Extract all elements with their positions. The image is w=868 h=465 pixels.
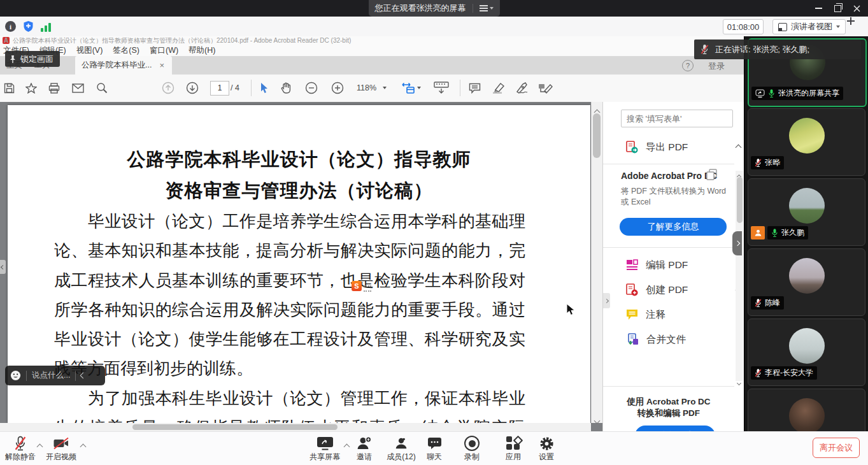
create-pdf-row[interactable]: 创建 PDF (603, 278, 744, 302)
zoom-level-value[interactable]: 118% (357, 75, 376, 101)
horizontal-scrollbar[interactable] (0, 423, 591, 431)
fit-width-button[interactable] (401, 75, 421, 101)
sign-in-link[interactable]: 登录 (708, 61, 725, 72)
scroll-down-arrow[interactable] (595, 414, 599, 426)
print-icon (48, 83, 60, 94)
shield-protect-icon[interactable] (23, 20, 34, 32)
comment-bubble-icon (469, 83, 481, 94)
edit-pdf-row[interactable]: 编辑 PDF (603, 253, 744, 277)
favorite-button[interactable] (25, 75, 37, 101)
combine-files-row[interactable]: 合并文件 (603, 327, 744, 352)
invite-button[interactable]: 邀请 (350, 435, 378, 462)
stamp-tool-button[interactable] (538, 75, 553, 101)
vertical-scroll-thumb[interactable] (593, 113, 601, 158)
select-tool-button[interactable] (260, 75, 269, 101)
reading-mode-button[interactable] (434, 75, 449, 101)
speaking-toast-text: 正在讲话: 张洪亮; 张久鹏; (715, 44, 809, 55)
info-icon[interactable]: i (5, 21, 16, 32)
doc-line: 为了加强本科生毕业设计（论文）管理工作，保证本科毕业 (54, 384, 525, 413)
panel-scrollbar[interactable] (736, 171, 743, 381)
page-number-input[interactable] (210, 81, 229, 96)
panel-expand-toggle[interactable] (603, 293, 610, 308)
record-button[interactable]: 录制 (458, 435, 486, 462)
leave-meeting-button[interactable]: 离开会议 (813, 438, 860, 458)
sidebar-collapse-tab[interactable] (732, 231, 742, 255)
highlight-tool-button[interactable] (492, 75, 506, 101)
participant-tile[interactable]: 陈峰 (748, 248, 865, 316)
participant-label: 李程-长安大学 (751, 366, 817, 380)
unmute-button[interactable]: 解除静音 (4, 435, 37, 462)
tab-document[interactable]: 公路学院本科毕业... × (75, 56, 172, 75)
hand-tool-button[interactable] (281, 75, 292, 101)
comment-tool-button[interactable] (469, 75, 481, 101)
avatar (789, 188, 825, 224)
menu-help[interactable]: 帮助(H) (187, 45, 217, 56)
settings-button[interactable]: 设置 (532, 435, 560, 462)
nav-pane-toggle[interactable] (0, 260, 6, 274)
sign-tool-button[interactable] (515, 75, 529, 101)
zoom-dropdown[interactable] (383, 75, 387, 101)
lock-view-tooltip: 锁定画面 (5, 51, 60, 67)
tools-search-input[interactable] (621, 110, 733, 127)
chat-button[interactable]: 聊天 (420, 435, 448, 462)
help-icon[interactable]: ? (682, 60, 694, 71)
video-options-chevron[interactable] (80, 444, 87, 450)
find-button[interactable] (96, 75, 108, 101)
panel-scroll-thumb[interactable] (737, 177, 743, 223)
doc-line: 所学各种知识的综合运用及解决实际问题能力的重要手段。通过 (54, 296, 525, 325)
record-icon (464, 436, 480, 451)
page-total-label: / 4 (231, 75, 239, 101)
learn-more-button[interactable]: 了解更多信息 (620, 218, 727, 236)
apps-button[interactable]: 应用 (499, 435, 527, 462)
chat-quick-bar[interactable]: 说点什么... (5, 366, 105, 385)
participant-tile[interactable]: 张晔 (748, 108, 865, 176)
edit-pdf-icon (626, 259, 638, 271)
comment-label: 注释 (646, 308, 665, 322)
mic-muted-icon (755, 298, 762, 308)
next-page-button[interactable] (186, 75, 199, 101)
pdf-file-icon: A (3, 37, 10, 44)
previous-page-button[interactable] (162, 75, 174, 101)
email-button[interactable] (72, 75, 84, 101)
panel-scroll-down-arrow[interactable] (737, 376, 741, 387)
layout-icon (778, 23, 787, 31)
emoji-icon[interactable] (10, 370, 21, 381)
avatar (789, 258, 825, 294)
network-signal-icon[interactable] (41, 22, 51, 32)
participant-tile[interactable]: 张久鹏 (748, 178, 865, 246)
record-label: 录制 (458, 452, 486, 462)
chevron-left-icon[interactable] (80, 373, 87, 379)
export-pdf-row[interactable]: 导出 PDF (603, 135, 744, 159)
close-button[interactable] (851, 3, 862, 14)
tab-close-icon[interactable]: × (159, 61, 164, 70)
save-button[interactable] (4, 75, 15, 101)
mic-muted-icon (701, 44, 709, 55)
vertical-scrollbar[interactable] (591, 102, 602, 423)
banner-menu-icon[interactable] (480, 4, 494, 13)
print-button[interactable] (48, 75, 60, 101)
share-options-chevron[interactable] (344, 444, 350, 450)
share-screen-button[interactable]: 共享屏幕 (308, 435, 342, 462)
free-trial-button[interactable]: 开始免费试用 (635, 426, 715, 431)
menu-view[interactable]: 视图(V) (75, 45, 104, 56)
horizontal-scroll-thumb[interactable] (132, 424, 338, 430)
chat-input-prompt[interactable]: 说点什么... (32, 370, 70, 381)
participant-name: 张洪亮的屏幕共享 (778, 88, 839, 99)
start-video-button[interactable]: 开启视频 (45, 435, 78, 462)
doc-line: 生的培养质量，确保指导教师队伍水平和素质，结合学院实际 (54, 413, 525, 423)
restore-button[interactable] (832, 3, 843, 14)
menu-window[interactable]: 窗口(W) (148, 45, 180, 56)
zoom-out-button[interactable] (305, 75, 318, 101)
search-icon (96, 82, 108, 94)
chevron-up-icon[interactable] (736, 144, 742, 150)
zoom-in-button[interactable] (331, 75, 344, 101)
menu-sign[interactable]: 签名(S) (111, 45, 141, 56)
page-number-field[interactable] (210, 75, 229, 101)
members-button[interactable]: 成员(12) (383, 435, 420, 462)
participant-tile[interactable]: 李程-长安大学 (748, 318, 865, 386)
comment-note-icon (626, 309, 638, 320)
mic-options-chevron[interactable] (37, 444, 43, 450)
view-mode-selector[interactable]: 演讲者视图 (772, 19, 846, 34)
minimize-button[interactable] (813, 3, 824, 14)
comment-row[interactable]: 注释 (603, 303, 744, 327)
